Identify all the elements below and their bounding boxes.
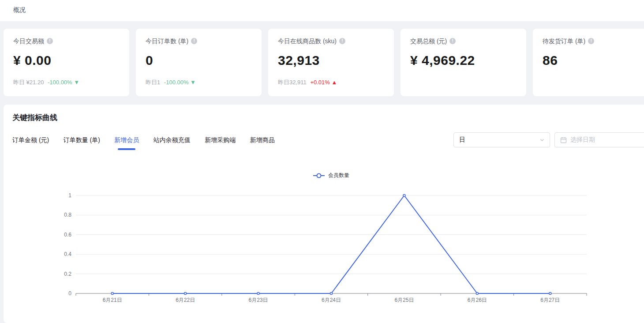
info-icon[interactable]: ! [588, 38, 594, 44]
card-value: 86 [543, 52, 644, 69]
card-footer: 昨日 ¥21.20 -100.00% ▼ [13, 79, 120, 86]
x-tick-label: 6月27日 [540, 297, 560, 303]
period-select[interactable]: 日 [453, 132, 550, 147]
period-select-value: 日 [459, 136, 539, 144]
card-change: -100.00% ▼ [164, 79, 196, 86]
metric-tabs: 订单金额 (元) 订单数量 (单) 新增会员 站内余额充值 新增采购端 新增商品 [12, 135, 287, 148]
legend-line-marker-icon [313, 175, 325, 176]
x-tick-label: 6月23日 [249, 297, 268, 303]
breadcrumb: 概况 [13, 5, 26, 14]
line-chart: 00.20.40.60.816月21日6月22日6月23日6月24日6月25日6… [4, 180, 644, 310]
x-tick-label: 6月21日 [103, 297, 122, 303]
tab-order-count[interactable]: 订单数量 (单) [64, 135, 100, 148]
x-tick-label: 6月24日 [322, 297, 341, 303]
chevron-down-icon[interactable] [539, 137, 545, 143]
card-change: +0.01% ▲ [310, 79, 337, 86]
stat-cards-row: 今日交易额 ! ¥ 0.00 昨日 ¥21.20 -100.00% ▼ 今日订单… [4, 29, 644, 96]
topbar: 概况 [0, 0, 644, 21]
data-point-marker [257, 293, 259, 295]
card-value: 0 [146, 52, 252, 69]
card-value: 32,913 [278, 52, 384, 69]
stat-card-online-sku: 今日在线商品数 (sku) ! 32,913 昨日32,911 +0.01% ▲ [268, 29, 394, 96]
tab-order-amount[interactable]: 订单金额 (元) [12, 135, 49, 148]
card-label: 待发货订单 (单) [543, 37, 585, 45]
legend-item-members[interactable]: 会员数量 [313, 172, 349, 179]
card-footer-prefix: 昨日1 [146, 79, 160, 86]
stat-card-today-sales: 今日交易额 ! ¥ 0.00 昨日 ¥21.20 -100.00% ▼ [4, 29, 129, 96]
info-icon[interactable]: ! [47, 38, 53, 44]
info-icon[interactable]: ! [191, 38, 197, 44]
stat-card-today-orders: 今日订单数 (单) ! 0 昨日1 -100.00% ▼ [136, 29, 262, 96]
card-footer-prefix: 昨日 ¥21.20 [13, 79, 44, 86]
x-tick-label: 6月25日 [394, 297, 414, 303]
y-tick-label: 0.8 [64, 212, 71, 218]
calendar-icon[interactable] [560, 137, 567, 143]
card-label: 今日订单数 (单) [146, 37, 188, 45]
data-point-marker [476, 293, 478, 295]
card-value: ¥ 4,969.22 [410, 52, 517, 69]
x-tick-label: 6月26日 [468, 297, 487, 303]
data-point-marker [330, 293, 333, 295]
data-point-marker [111, 293, 113, 295]
tab-new-products[interactable]: 新增商品 [250, 135, 275, 148]
card-footer-prefix: 昨日32,911 [278, 79, 307, 86]
card-footer: 昨日32,911 +0.01% ▲ [278, 79, 384, 86]
tab-new-members[interactable]: 新增会员 [114, 135, 139, 148]
y-tick-label: 1 [68, 192, 71, 199]
info-icon[interactable]: ! [449, 38, 456, 44]
y-tick-label: 0.6 [64, 232, 71, 238]
date-picker-placeholder: 选择日期 [570, 136, 595, 144]
card-label: 交易总额 (元) [410, 37, 447, 45]
y-tick-label: 0 [68, 290, 71, 297]
chart-legend: 会员数量 [76, 172, 587, 179]
data-point-marker [549, 293, 551, 295]
card-label: 今日在线商品数 (sku) [278, 37, 337, 45]
card-value: ¥ 0.00 [13, 52, 120, 69]
y-tick-label: 0.2 [64, 271, 71, 277]
series-line [112, 195, 550, 293]
card-footer: 昨日1 -100.00% ▼ [146, 79, 252, 86]
data-point-marker [184, 293, 187, 295]
card-label: 今日交易额 [13, 37, 44, 45]
y-tick-label: 0.4 [64, 251, 71, 257]
tab-balance-topup[interactable]: 站内余额充值 [154, 135, 191, 148]
tab-new-purchasers[interactable]: 新增采购端 [205, 135, 236, 148]
stat-card-pending-shipments: 待发货订单 (单) ! 86 [533, 29, 644, 96]
section-title: 关键指标曲线 [12, 113, 57, 123]
x-tick-label: 6月22日 [176, 297, 195, 303]
card-change: -100.00% ▼ [48, 79, 79, 86]
stat-card-total-sales: 交易总额 (元) ! ¥ 4,969.22 [401, 29, 526, 96]
info-icon[interactable]: ! [339, 38, 345, 44]
key-metrics-panel: 关键指标曲线 订单金额 (元) 订单数量 (单) 新增会员 站内余额充值 新增采… [4, 105, 644, 323]
legend-label: 会员数量 [328, 172, 349, 179]
data-point-marker [403, 195, 405, 197]
date-picker[interactable]: 选择日期 [554, 132, 644, 147]
